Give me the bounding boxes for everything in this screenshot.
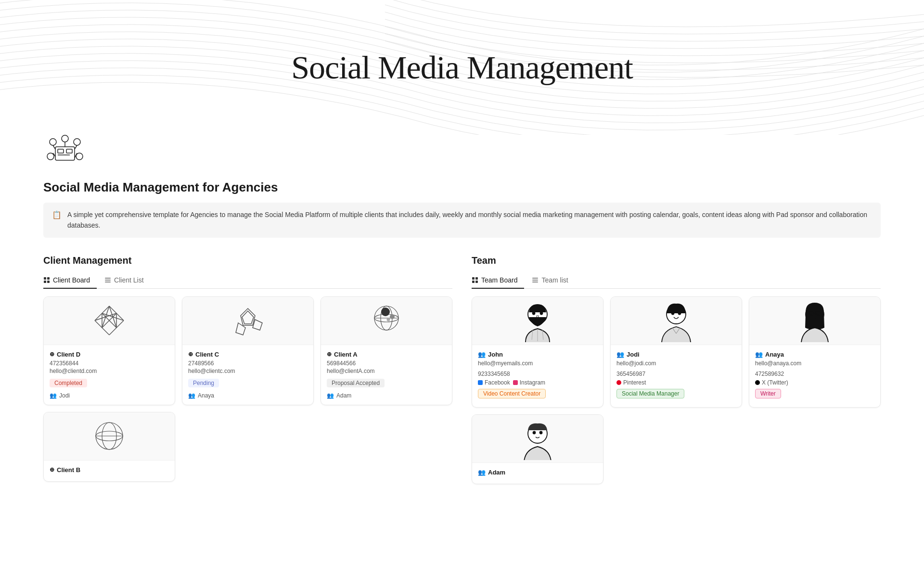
team-name-1: 👥 Jodi [616, 351, 736, 358]
team-card-2[interactable]: 👥 Anaya hello@anaya.com 472589632 X (Twi… [749, 296, 881, 408]
team-card-3[interactable]: 👥 Adam [472, 414, 603, 484]
client-card-2[interactable]: ⊕ Client A 569844566 hello@clientA.com P… [321, 296, 452, 405]
svg-point-41 [381, 308, 390, 316]
hero-section: Social Media Management [0, 0, 924, 135]
client-a-illustration [367, 301, 406, 340]
client-status-1: Pending [188, 379, 219, 387]
svg-rect-20 [105, 282, 111, 282]
client-cards-grid: ⊕ Client D 472356844 hello@clientd.com C… [43, 296, 452, 482]
team-card-1[interactable]: 👥 Jodi hello@jodi.com 365456987 Pinteres… [610, 296, 742, 408]
client-d-illustration [90, 301, 128, 340]
team-section: Team Team Board [472, 255, 881, 484]
client-card-image-3 [44, 412, 175, 461]
svg-rect-54 [532, 282, 538, 282]
svg-point-71 [533, 432, 536, 434]
svg-rect-18 [105, 278, 111, 279]
team-card-body-1: 👥 Jodi hello@jodi.com 365456987 Pinteres… [611, 345, 742, 407]
svg-point-1 [62, 135, 68, 142]
client-card-3[interactable]: ⊕ Client B [43, 412, 175, 482]
team-card-image-3 [472, 415, 603, 463]
team-role-2: Writer [755, 389, 781, 398]
instagram-dot [513, 380, 518, 385]
svg-point-43 [387, 318, 390, 321]
team-cards-grid: 👥 John hello@myemails.com 9233345658 Fac… [472, 296, 881, 484]
twitter-dot [755, 380, 760, 385]
team-platforms-0: Facebook Instagram [478, 379, 597, 386]
team-list-icon [532, 277, 539, 283]
team-tabs: Team Board Team list [472, 272, 881, 289]
svg-marker-35 [236, 323, 245, 335]
client-phone-1: 27489566 [188, 360, 308, 367]
list-icon [104, 277, 111, 283]
svg-point-56 [533, 312, 535, 315]
tab-client-list[interactable]: Client List [104, 272, 150, 289]
svg-marker-36 [253, 320, 262, 330]
john-illustration [518, 299, 557, 342]
team-email-1: hello@jodi.com [616, 360, 736, 367]
client-assignee-1: 👥 Anaya [188, 392, 308, 399]
client-name-1: ⊕ Client C [188, 351, 308, 358]
client-c-illustration [229, 301, 267, 340]
svg-rect-19 [105, 280, 111, 281]
hero-icon-row [0, 135, 924, 175]
team-card-0[interactable]: 👥 John hello@myemails.com 9233345658 Fac… [472, 296, 603, 408]
svg-rect-6 [58, 149, 64, 153]
page-content: Social Media Management for Agencies 📋 A… [0, 175, 924, 503]
team-section-title: Team [472, 255, 881, 266]
tab-team-board[interactable]: Team Board [472, 272, 524, 289]
svg-rect-16 [44, 281, 46, 283]
grid-icon [43, 277, 50, 283]
twitter-tag: X (Twitter) [755, 379, 788, 386]
client-phone-2: 569844566 [327, 360, 446, 367]
anaya-illustration [796, 299, 834, 342]
svg-rect-51 [475, 281, 478, 283]
client-phone-0: 472356844 [50, 360, 169, 367]
facebook-dot [478, 380, 483, 385]
tab-client-board[interactable]: Client Board [43, 272, 97, 289]
client-status-2: Proposal Accepted [327, 379, 385, 387]
team-name-0: 👥 John [478, 351, 597, 358]
hero-title: Social Media Management [291, 49, 633, 87]
adam-illustration [518, 417, 557, 460]
client-card-0[interactable]: ⊕ Client D 472356844 hello@clientd.com C… [43, 296, 175, 405]
client-name-2: ⊕ Client A [327, 351, 446, 358]
pinterest-tag: Pinterest [616, 379, 646, 386]
svg-rect-53 [532, 280, 538, 281]
client-assignee-2: 👥 Adam [327, 392, 446, 399]
svg-rect-49 [475, 277, 478, 280]
team-name-2: 👥 Anaya [755, 351, 874, 358]
facebook-tag: Facebook [478, 379, 510, 386]
main-grid: Client Management Client Board [43, 255, 881, 484]
team-card-image-2 [749, 297, 880, 345]
team-card-image-0 [472, 297, 603, 345]
client-name-0: ⊕ Client D [50, 351, 169, 358]
svg-point-72 [540, 432, 542, 434]
client-card-body-3: ⊕ Client B [44, 461, 175, 481]
client-email-1: hello@clientc.com [188, 368, 308, 374]
pinterest-dot [616, 380, 621, 385]
client-card-body-1: ⊕ Client C 27489566 hello@clientc.com Pe… [182, 345, 313, 405]
client-card-image-2 [321, 297, 452, 345]
team-illustration-icon [43, 135, 87, 168]
svg-rect-52 [532, 278, 538, 279]
svg-rect-17 [47, 281, 50, 283]
svg-rect-5 [55, 147, 75, 160]
client-name-3: ⊕ Client B [50, 466, 169, 474]
client-b-illustration [90, 417, 128, 455]
client-management-section: Client Management Client Board [43, 255, 452, 484]
svg-rect-7 [66, 149, 72, 153]
svg-point-57 [540, 312, 543, 315]
tab-team-list[interactable]: Team list [532, 272, 575, 289]
client-email-2: hello@clientA.com [327, 368, 446, 374]
client-tabs: Client Board Client List [43, 272, 452, 289]
client-card-1[interactable]: ⊕ Client C 27489566 hello@clientc.com Pe… [182, 296, 314, 405]
svg-point-69 [817, 312, 819, 314]
client-assignee-0: 👥 Jodi [50, 392, 169, 399]
svg-rect-15 [47, 277, 50, 280]
info-icon: 📋 [52, 210, 62, 231]
svg-point-4 [76, 153, 83, 160]
team-role-0: Video Content Creator [478, 389, 546, 398]
client-card-body-0: ⊕ Client D 472356844 hello@clientd.com C… [44, 345, 175, 405]
team-phone-2: 472589632 [755, 371, 874, 377]
svg-point-68 [810, 312, 812, 314]
